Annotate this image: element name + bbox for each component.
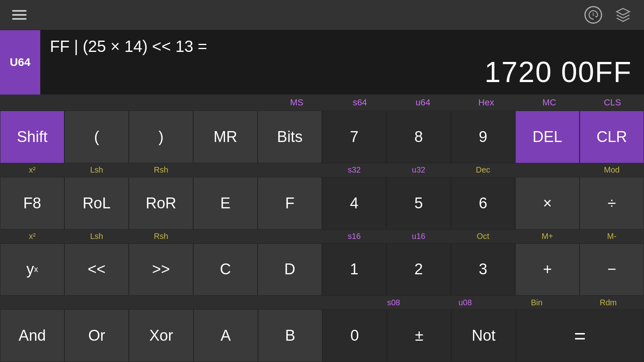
lsh2-label: Lsh [64, 230, 129, 243]
and-cell: And [0, 309, 64, 362]
e-cell: E [193, 177, 258, 230]
f-button[interactable]: F [258, 177, 322, 229]
u16-label: u16 [386, 230, 451, 243]
key-row-labels: MS s64 u64 Hex MC CLS [0, 95, 644, 111]
shift-button[interactable]: Shift [0, 111, 64, 163]
e-button[interactable]: E [194, 177, 257, 229]
lshift-button[interactable]: << [65, 244, 128, 296]
mplus-label: M+ [515, 230, 580, 243]
s32-label: s32 [322, 163, 386, 177]
divide-cell: ÷ [580, 177, 644, 230]
yx-button[interactable]: yx [0, 244, 64, 296]
a-button[interactable]: A [194, 310, 258, 362]
display-area: U64 FF | (25 × 14) << 13 = 1720 00FF [0, 30, 644, 95]
not-cell: Not [451, 309, 516, 362]
open-paren-button[interactable]: ( [65, 111, 128, 163]
minus-cell: − [580, 243, 644, 296]
1-cell: 1 [322, 243, 386, 296]
plusminus-button[interactable]: ± [387, 310, 451, 362]
layers-button[interactable] [614, 6, 632, 24]
u32-label: u32 [386, 163, 451, 177]
2-button[interactable]: 2 [387, 244, 450, 296]
ror-button[interactable]: RoR [129, 177, 193, 229]
menu-button[interactable] [12, 10, 27, 20]
expression-display: FF | (25 × 14) << 13 = [50, 37, 632, 56]
divide-button[interactable]: ÷ [580, 177, 644, 229]
close-paren-cell: 1's ) [129, 111, 193, 163]
f8-button[interactable]: F8 [0, 177, 64, 229]
4-button[interactable]: 4 [322, 177, 386, 229]
mode-badge[interactable]: U64 [0, 30, 40, 95]
yx-cell: yx [0, 243, 64, 296]
topbar-left [12, 10, 27, 20]
del-button[interactable]: DEL [516, 111, 579, 163]
5-cell: 5 [386, 177, 451, 230]
9-button[interactable]: 9 [451, 111, 515, 163]
display-content: FF | (25 × 14) << 13 = 1720 00FF [40, 30, 644, 95]
mr-cell: MR [193, 111, 258, 163]
topbar [0, 0, 644, 30]
plus-button[interactable]: + [516, 244, 579, 296]
s64-label: s64 [328, 95, 392, 111]
equals-button[interactable]: = [516, 310, 644, 362]
rsh2-label: Rsh [129, 230, 193, 243]
cls-label: CLS [581, 95, 644, 111]
history-button[interactable] [584, 6, 602, 24]
3-button[interactable]: 3 [451, 244, 515, 296]
8-cell: 8 [386, 111, 451, 163]
8-button[interactable]: 8 [387, 111, 450, 163]
d-button[interactable]: D [258, 244, 322, 296]
shift-cell: Shift [0, 111, 64, 163]
rshift-button[interactable]: >> [129, 244, 193, 296]
topbar-right [584, 6, 632, 24]
ror-cell: RoR [129, 177, 193, 230]
and-button[interactable]: And [0, 310, 64, 362]
1-button[interactable]: 1 [322, 244, 386, 296]
rol-cell: RoL [64, 177, 129, 230]
mminus-label: M- [580, 230, 644, 243]
x2b-label: x² [0, 230, 64, 243]
b-cell: B [258, 309, 322, 362]
key-row-2: F8 RoL RoR E F 4 5 6 × ÷ [0, 177, 644, 230]
4-cell: 4 [322, 177, 386, 230]
b-button[interactable]: B [258, 310, 322, 362]
close-paren-button[interactable]: ) [129, 111, 193, 163]
equals-cell: = [516, 309, 644, 362]
open-paren-cell: F16 ( [64, 111, 129, 163]
s16-label: s16 [322, 230, 386, 243]
clr-button[interactable]: CLR [580, 111, 644, 163]
result-display: 1720 00FF [50, 56, 632, 88]
bin-label: Bin [501, 296, 572, 309]
u08-label: u08 [429, 296, 501, 309]
u64-label: u64 [392, 95, 455, 111]
svg-point-0 [593, 15, 599, 21]
5-button[interactable]: 5 [387, 177, 450, 229]
key-row-1: Shift F16 ( 1's ) MR Bits 7 8 9 DEL CLR [0, 111, 644, 163]
c-button[interactable]: C [194, 244, 257, 296]
key-row-4: And Or Xor A B 0 ± Not = [0, 309, 644, 362]
0-button[interactable]: 0 [323, 310, 386, 362]
del-cell: DEL [515, 111, 580, 163]
not-button[interactable]: Not [452, 310, 515, 362]
row2-labels: x² Lsh Rsh s32 u32 Dec Mod [0, 163, 644, 177]
d-cell: D [258, 243, 322, 296]
plusminus-cell: ± [387, 309, 451, 362]
7-cell: 7 [322, 111, 386, 163]
s08-label: s08 [358, 296, 429, 309]
bits-button[interactable]: Bits [258, 111, 322, 163]
rsh-label: Rsh [129, 163, 193, 177]
rol-button[interactable]: RoL [65, 177, 128, 229]
oct-label: Oct [451, 230, 515, 243]
f-cell: F [258, 177, 322, 230]
ms-label: MS [265, 95, 328, 111]
mr-button[interactable]: MR [194, 111, 257, 163]
row3-labels: x² Lsh Rsh s16 u16 Oct M+ M- [0, 230, 644, 243]
rdm-label: Rdm [572, 296, 644, 309]
6-button[interactable]: 6 [451, 177, 515, 229]
or-button[interactable]: Or [65, 310, 128, 362]
multiply-button[interactable]: × [516, 177, 579, 229]
xor-button[interactable]: Xor [129, 310, 193, 362]
minus-button[interactable]: − [580, 244, 644, 296]
7-button[interactable]: 7 [322, 111, 386, 163]
key-row-3: yx << >> C D 1 2 3 + − [0, 243, 644, 296]
